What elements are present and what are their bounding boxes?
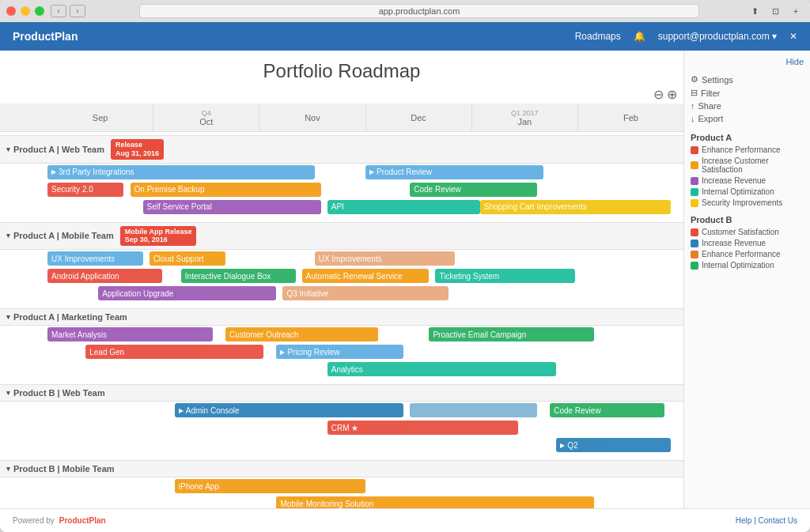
close-button[interactable] <box>6 6 16 16</box>
bar[interactable]: Automatic Renewal Service <box>302 269 430 283</box>
bar-label: API <box>331 202 344 211</box>
filter-action[interactable]: ⊟ Filter <box>691 86 804 100</box>
bar-label: UX Improvements <box>319 255 382 263</box>
bar[interactable]: Mobile Monitoring Solution <box>276 496 594 508</box>
zoom-minus[interactable]: ⊖ <box>653 87 664 102</box>
bar-label: Android Application <box>51 272 119 281</box>
legend-color <box>691 161 698 169</box>
maximize-button[interactable] <box>35 6 44 16</box>
bar[interactable]: Market Analysis <box>47 327 213 341</box>
export-icon: ↓ <box>691 114 695 123</box>
month-nov: Nov <box>259 104 365 131</box>
share-icon[interactable]: ⬆ <box>747 5 763 17</box>
bar[interactable]: Android Application <box>47 269 162 283</box>
back-button[interactable]: ‹ <box>51 5 66 17</box>
bar[interactable]: Self Service Portal <box>143 200 321 214</box>
add-tab-icon[interactable]: + <box>788 5 804 17</box>
nav-roadmaps[interactable]: Roadmaps <box>575 31 621 42</box>
bar-label: Proactive Email Campaign <box>433 330 526 339</box>
legend-product-a: Product A Enhance Performance Increase C… <box>691 133 804 207</box>
export-action[interactable]: ↓ Export <box>691 112 804 125</box>
timeline-wrapper[interactable]: Sep Q4 Oct Nov Dec Q1 2017 Jan Feb <box>0 104 683 508</box>
bar-label: Mobile Monitoring Solution <box>280 500 373 508</box>
bar-label: Code Review <box>554 406 600 415</box>
gantt-rows: Market AnalysisCustomer OutreachProactiv… <box>0 326 683 381</box>
team-name: Product B | Web Team <box>13 388 105 398</box>
bar[interactable]: ▶3rd Party Integrations <box>47 165 315 179</box>
legend-color <box>691 262 698 270</box>
gantt-rows: ▶3rd Party Integrations▶Product ReviewSe… <box>0 164 683 219</box>
bar[interactable]: ▶Pricing Review <box>276 345 403 359</box>
bar[interactable]: Analytics <box>327 362 556 376</box>
gantt-row: CRM ★ <box>47 419 683 436</box>
nav-close[interactable]: ✕ <box>789 31 797 42</box>
legend-item: Increase Revenue <box>691 176 804 185</box>
bar[interactable]: On Premise Backup <box>131 183 321 197</box>
bar[interactable]: Ticketing System <box>435 269 575 283</box>
bar-label: On Premise Backup <box>134 185 205 194</box>
legend-product-b: Product B Customer Satisfaction Increase… <box>691 215 804 270</box>
team-header[interactable]: ▾Product A | Marketing Team <box>0 308 683 326</box>
bar[interactable]: Security 2.0 <box>47 183 123 197</box>
minimize-button[interactable] <box>21 6 30 16</box>
sidebar-hide-button[interactable]: Hide <box>691 57 804 66</box>
bar[interactable] <box>410 403 537 417</box>
bar[interactable]: Code Review <box>550 403 664 417</box>
gantt-row: Market AnalysisCustomer OutreachProactiv… <box>47 326 683 343</box>
bar[interactable]: ▶Product Review <box>365 165 543 179</box>
contact-link[interactable]: Contact Us <box>759 516 797 525</box>
gantt-row: ▶Q2 <box>47 436 683 454</box>
legend-item: Customer Satisfaction <box>691 228 804 236</box>
bar-label: Shopping Cart Improvements <box>484 202 587 211</box>
share-action[interactable]: ↑ Share <box>691 100 804 112</box>
gantt-row: Analytics <box>47 360 683 378</box>
bar-label: Admin Console <box>186 406 240 415</box>
bar[interactable]: Application Upgrade <box>98 286 276 300</box>
team-name: Product B | Mobile Team <box>13 464 115 474</box>
team-header[interactable]: ▾Product A | Web TeamReleaseAug 31, 2016 <box>0 135 683 164</box>
settings-action[interactable]: ⚙ Settings <box>691 73 804 86</box>
team-header[interactable]: ▾Product A | Mobile TeamMobile App Relea… <box>0 222 683 251</box>
bar[interactable]: Cloud Support <box>150 251 225 266</box>
address-text: app.productplan.com <box>379 6 460 16</box>
team-header[interactable]: ▾Product B | Mobile Team <box>0 460 683 477</box>
nav-bell[interactable]: 🔔 <box>634 31 645 42</box>
settings-icon: ⚙ <box>691 74 698 85</box>
nav-user[interactable]: support@productplan.com ▾ <box>658 31 777 42</box>
collapse-arrow: ▾ <box>6 389 10 397</box>
bar[interactable]: Shopping Cart Improvements <box>480 200 671 214</box>
bar[interactable]: iPhone App <box>175 479 365 493</box>
bar[interactable]: Code Review <box>410 183 537 197</box>
bar[interactable]: Q3 Initiative <box>282 286 448 300</box>
gantt-rows: ▶Admin ConsoleCode ReviewCRM ★▶Q2 <box>0 402 683 457</box>
zoom-plus[interactable]: ⊕ <box>667 87 677 102</box>
help-link[interactable]: Help <box>736 516 752 525</box>
bar[interactable]: Proactive Email Campaign <box>429 327 594 341</box>
bar[interactable]: ▶Q2 <box>556 438 671 452</box>
bar[interactable]: Lead Gen <box>85 345 263 359</box>
app-header: ProductPlan Roadmaps 🔔 support@productpl… <box>0 22 810 51</box>
bar[interactable]: CRM ★ <box>327 421 518 435</box>
footer-logo: Powered by ProductPlan <box>13 516 106 525</box>
forward-button[interactable]: › <box>70 5 85 17</box>
footer: Powered by ProductPlan Help | Contact Us <box>0 508 810 532</box>
share-icon-sidebar: ↑ <box>691 101 695 111</box>
gantt-row: ▶3rd Party Integrations▶Product Review <box>47 164 683 181</box>
roadmap-title: Portfolio Roadmap <box>0 51 683 87</box>
bar[interactable]: ▶Admin Console <box>175 403 403 417</box>
footer-links: Help | Contact Us <box>736 516 797 525</box>
bar-label: Application Upgrade <box>102 289 173 298</box>
bar-label: Product Review <box>377 168 432 176</box>
gantt-row: Android ApplicationInteractive Dialogue … <box>47 267 683 285</box>
bar[interactable]: Interactive Dialogue Box <box>181 269 296 283</box>
legend-color <box>691 228 698 236</box>
legend-item: Internal Optimization <box>691 187 804 196</box>
team-header[interactable]: ▾Product B | Web Team <box>0 384 683 402</box>
bar[interactable]: API <box>327 200 480 214</box>
fullscreen-icon[interactable]: ⊡ <box>767 5 783 17</box>
address-bar[interactable]: app.productplan.com <box>139 4 699 18</box>
bar[interactable]: Customer Outreach <box>225 327 378 341</box>
bar[interactable]: UX Improvements <box>315 251 455 266</box>
bar[interactable]: UX Improvements <box>47 251 143 266</box>
team-name: Product A | Marketing Team <box>13 312 127 322</box>
